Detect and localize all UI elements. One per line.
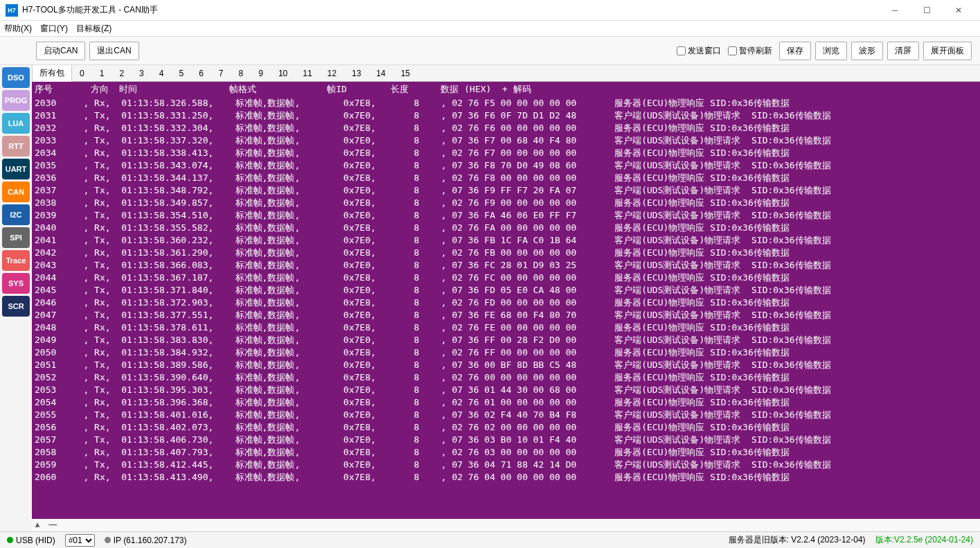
table-row[interactable]: 2040 , Rx, 01:13:58.355.582, 标准帧,数据帧, 0x… [35,222,980,234]
send-window-checkbox[interactable]: 发送窗口 [677,45,721,57]
minimize-button[interactable]: ─ [879,0,911,21]
sidebar: DSOPROGLUARTTUARTCANI2CSPITraceSYSSCR [0,65,32,531]
table-row[interactable]: 2033 , Tx, 01:13:58.337.320, 标准帧,数据帧, 0x… [35,134,980,147]
filter-tab-16[interactable]: 15 [393,66,418,81]
filter-tab-10[interactable]: 9 [251,66,271,81]
pause-refresh-checkbox[interactable]: 暂停刷新 [728,45,772,57]
filter-tab-1[interactable]: 0 [72,66,92,81]
table-row[interactable]: 2042 , Rx, 01:13:58.361.290, 标准帧,数据帧, 0x… [35,247,980,259]
client-version: 版本:V2.2.5e (2024-01-24) [875,534,973,546]
table-row[interactable]: 2049 , Tx, 01:13:58.383.830, 标准帧,数据帧, 0x… [35,334,980,346]
filter-tab-0[interactable]: 所有包 [32,65,72,82]
table-row[interactable]: 2030 , Rx, 01:13:58.326.588, 标准帧,数据帧, 0x… [35,97,980,109]
table-row[interactable]: 2058 , Rx, 01:13:58.407.793, 标准帧,数据帧, 0x… [35,446,980,459]
tabbar: 所有包0123456789101112131415 [32,65,980,82]
titlebar: H7 H7-TOOL多功能开发工具 - CAN助手 ─ ☐ ✕ [0,0,980,21]
table-row[interactable]: 2047 , Tx, 01:13:58.377.551, 标准帧,数据帧, 0x… [35,309,980,321]
filter-tab-15[interactable]: 14 [368,66,393,81]
table-row[interactable]: 2045 , Tx, 01:13:58.371.840, 标准帧,数据帧, 0x… [35,284,980,297]
table-row[interactable]: 2044 , Rx, 01:13:58.367.187, 标准帧,数据帧, 0x… [35,272,980,284]
port-select[interactable]: #01#02 [65,534,95,547]
filter-tab-13[interactable]: 12 [320,66,344,81]
filter-tab-8[interactable]: 7 [211,66,231,81]
sidebar-tab-can[interactable]: CAN [2,182,30,202]
table-row[interactable]: 2043 , Tx, 01:13:58.366.083, 标准帧,数据帧, 0x… [35,259,980,272]
sidebar-tab-lua[interactable]: LUA [2,113,30,134]
table-row[interactable]: 2059 , Tx, 01:13:58.412.445, 标准帧,数据帧, 0x… [35,459,980,471]
expand-panel-button[interactable]: 展开面板 [923,42,972,60]
sidebar-tab-dso[interactable]: DSO [2,67,30,88]
menu-item-0[interactable]: 帮助(X) [4,23,32,35]
ip-status: IP (61.160.207.173) [105,536,187,545]
filter-tab-5[interactable]: 4 [152,66,172,81]
statusbar: USB (HID) #01#02 IP (61.160.207.173) 服务器… [0,531,980,548]
browse-button[interactable]: 浏览 [815,42,847,60]
sidebar-tab-sys[interactable]: SYS [2,273,30,294]
start-can-button[interactable]: 启动CAN [36,42,85,60]
table-row[interactable]: 2038 , Rx, 01:13:58.349.857, 标准帧,数据帧, 0x… [35,197,980,209]
table-row[interactable]: 2034 , Rx, 01:13:58.338.413, 标准帧,数据帧, 0x… [35,147,980,159]
table-row[interactable]: 2048 , Rx, 01:13:58.378.611, 标准帧,数据帧, 0x… [35,321,980,334]
table-row[interactable]: 2039 , Tx, 01:13:58.354.510, 标准帧,数据帧, 0x… [35,209,980,222]
sidebar-tab-scr[interactable]: SCR [2,296,30,317]
sidebar-tab-trace[interactable]: Trace [2,250,30,271]
table-row[interactable]: 2053 , Tx, 01:13:58.395.303, 标准帧,数据帧, 0x… [35,384,980,396]
filter-tab-14[interactable]: 13 [344,66,368,81]
table-row[interactable]: 2051 , Tx, 01:13:58.389.586, 标准帧,数据帧, 0x… [35,359,980,371]
splitter-up-icon[interactable]: ▴ [32,519,43,530]
maximize-button[interactable]: ☐ [911,0,943,21]
table-row[interactable]: 2037 , Tx, 01:13:58.348.792, 标准帧,数据帧, 0x… [35,184,980,197]
filter-tab-11[interactable]: 10 [271,66,295,81]
table-row[interactable]: 2056 , Rx, 01:13:58.402.073, 标准帧,数据帧, 0x… [35,421,980,434]
save-button[interactable]: 保存 [779,42,811,60]
sidebar-tab-prog[interactable]: PROG [2,90,30,111]
table-row[interactable]: 2050 , Rx, 01:13:58.384.932, 标准帧,数据帧, 0x… [35,346,980,359]
sidebar-tab-uart[interactable]: UART [2,159,30,179]
table-row[interactable]: 2046 , Rx, 01:13:58.372.903, 标准帧,数据帧, 0x… [35,297,980,309]
app-icon: H7 [6,4,18,17]
clear-button[interactable]: 清屏 [887,42,919,60]
close-button[interactable]: ✕ [943,0,974,21]
table-row[interactable]: 2035 , Tx, 01:13:58.343.074, 标准帧,数据帧, 0x… [35,159,980,172]
exit-can-button[interactable]: 退出CAN [89,42,139,60]
filter-tab-12[interactable]: 11 [295,66,319,81]
toolbar: 启动CAN 退出CAN 发送窗口 暂停刷新 保存 浏览 波形 清屏 展开面板 [0,36,980,65]
filter-tab-3[interactable]: 2 [112,66,132,81]
table-row[interactable]: 2054 , Rx, 01:13:58.396.368, 标准帧,数据帧, 0x… [35,396,980,409]
table-row[interactable]: 2060 , Rx, 01:13:58.413.490, 标准帧,数据帧, 0x… [35,471,980,484]
usb-status: USB (HID) [7,536,55,545]
sidebar-tab-rtt[interactable]: RTT [2,136,30,157]
sidebar-tab-spi[interactable]: SPI [2,227,30,248]
table-row[interactable]: 2036 , Rx, 01:13:58.344.137, 标准帧,数据帧, 0x… [35,172,980,184]
server-version: 服务器是旧版本: V2.2.4 (2023-12-04) [729,534,866,546]
column-header: 序号 方向 时间 帧格式 帧ID 长度 数据 (HEX) + 解码 [32,82,980,97]
menubar: 帮助(X)窗口(Y)目标板(Z) [0,21,980,36]
wave-button[interactable]: 波形 [851,42,883,60]
sidebar-tab-i2c[interactable]: I2C [2,204,30,225]
table-row[interactable]: 2031 , Tx, 01:13:58.331.250, 标准帧,数据帧, 0x… [35,109,980,122]
table-row[interactable]: 2057 , Tx, 01:13:58.406.730, 标准帧,数据帧, 0x… [35,434,980,446]
filter-tab-2[interactable]: 1 [92,66,112,81]
table-row[interactable]: 2052 , Rx, 01:13:58.390.640, 标准帧,数据帧, 0x… [35,371,980,384]
splitter-collapse-icon[interactable]: — [45,519,60,530]
menu-item-1[interactable]: 窗口(Y) [40,23,68,35]
menu-item-2[interactable]: 目标板(Z) [76,23,112,35]
window-title: H7-TOOL多功能开发工具 - CAN助手 [22,4,879,16]
table-row[interactable]: 2055 , Tx, 01:13:58.401.016, 标准帧,数据帧, 0x… [35,409,980,421]
data-pane[interactable]: 2030 , Rx, 01:13:58.326.588, 标准帧,数据帧, 0x… [32,97,980,519]
bottom-splitter: ▴ — [32,519,980,531]
filter-tab-9[interactable]: 8 [231,66,251,81]
table-row[interactable]: 2032 , Rx, 01:13:58.332.304, 标准帧,数据帧, 0x… [35,122,980,134]
filter-tab-6[interactable]: 5 [171,66,191,81]
filter-tab-4[interactable]: 3 [132,66,152,81]
table-row[interactable]: 2041 , Tx, 01:13:58.360.232, 标准帧,数据帧, 0x… [35,234,980,247]
filter-tab-7[interactable]: 6 [191,66,211,81]
